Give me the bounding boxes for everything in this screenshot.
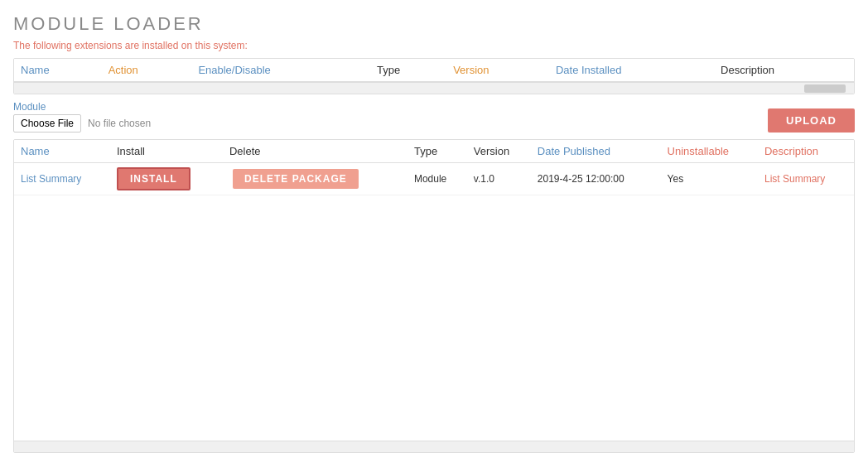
upload-row: Choose File No file chosen <box>13 114 151 133</box>
packages-table: NameInstallDeleteTypeVersionDate Publish… <box>14 140 854 195</box>
delete-package-button[interactable]: DELETE PACKAGE <box>233 169 359 189</box>
table-row: List SummaryINSTALLDELETE PACKAGEModulev… <box>14 163 854 195</box>
installed-section: NameActionEnable/DisableTypeVersionDate … <box>13 58 855 94</box>
packages-col-type: Type <box>407 140 467 163</box>
upload-button[interactable]: UPLOAD <box>768 108 855 133</box>
upload-left: Module Choose File No file chosen <box>13 101 151 133</box>
packages-hscrollbar[interactable] <box>14 441 854 452</box>
packages-table-wrapper[interactable]: NameInstallDeleteTypeVersionDate Publish… <box>14 140 854 441</box>
install-button[interactable]: INSTALL <box>117 167 190 190</box>
installed-col-enable_disable: Enable/Disable <box>191 59 370 82</box>
installed-col-type: Type <box>370 59 446 82</box>
upload-section: Module Choose File No file chosen UPLOAD <box>13 94 855 139</box>
page-title: MODULE LOADER <box>13 13 855 35</box>
packages-col-date_published: Date Published <box>531 140 661 163</box>
package-description: List Summary <box>758 163 854 195</box>
installed-table: NameActionEnable/DisableTypeVersionDate … <box>14 59 854 82</box>
installed-col-date_installed: Date Installed <box>549 59 714 82</box>
page-container: MODULE LOADER The following extensions a… <box>0 0 868 453</box>
upload-area: Module Choose File No file chosen UPLOAD <box>13 101 855 133</box>
package-version: v.1.0 <box>467 163 531 195</box>
installed-col-name: Name <box>14 59 102 82</box>
subtitle: The following extensions are installed o… <box>13 40 855 51</box>
installed-col-version: Version <box>446 59 549 82</box>
installed-hscrollbar[interactable] <box>14 82 854 94</box>
packages-col-version: Version <box>467 140 531 163</box>
no-file-text: No file chosen <box>88 118 151 129</box>
package-uninstallable: Yes <box>661 163 758 195</box>
installed-col-description: Description <box>714 59 854 82</box>
module-label: Module <box>13 101 151 113</box>
package-date-published: 2019-4-25 12:00:00 <box>531 163 661 195</box>
packages-col-description: Description <box>758 140 854 163</box>
packages-section: NameInstallDeleteTypeVersionDate Publish… <box>13 139 855 453</box>
package-type: Module <box>407 163 467 195</box>
choose-file-button[interactable]: Choose File <box>13 114 81 133</box>
installed-table-wrapper[interactable]: NameActionEnable/DisableTypeVersionDate … <box>14 59 854 82</box>
packages-col-name: Name <box>14 140 110 163</box>
packages-col-uninstallable: Uninstallable <box>661 140 758 163</box>
installed-col-action: Action <box>102 59 192 82</box>
packages-col-delete: Delete <box>223 140 407 163</box>
package-name: List Summary <box>14 163 110 195</box>
packages-col-install: Install <box>110 140 223 163</box>
installed-hscroll-thumb <box>804 84 846 93</box>
